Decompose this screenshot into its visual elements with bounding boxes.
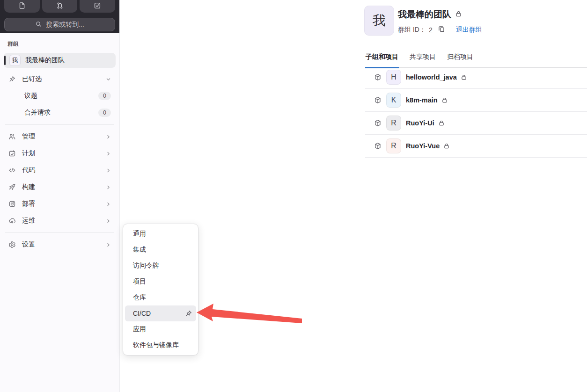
merge-requests-count-badge: 0 <box>98 109 111 117</box>
pin-icon <box>8 75 16 83</box>
sidebar-item-label: 部署 <box>22 200 35 208</box>
sidebar-item-plan[interactable]: 计划 <box>4 146 116 161</box>
project-cube-icon <box>374 119 382 127</box>
project-row[interactable]: K k8m-main <box>365 89 587 112</box>
lock-icon <box>443 143 450 149</box>
search-placeholder: 搜索或转到... <box>46 21 84 29</box>
arrow-shape <box>197 304 302 323</box>
issues-icon <box>18 2 26 11</box>
sidebar-nav: 已钉选 议题 0 合并请求 0 管理 <box>0 72 119 252</box>
search-input[interactable]: 搜索或转到... <box>4 18 115 31</box>
project-row[interactable]: R RuoYi-Vue <box>365 135 587 158</box>
shortcut-buttons <box>0 0 119 13</box>
lock-icon <box>438 120 445 126</box>
menu-item-access-tokens[interactable]: 访问令牌 <box>125 258 196 274</box>
leave-group-link[interactable]: 退出群组 <box>456 26 482 34</box>
chevron-down-icon <box>106 77 111 82</box>
chevron-right-icon <box>106 202 111 207</box>
project-cube-icon <box>374 73 382 81</box>
project-row[interactable]: H helloworld_java <box>365 66 587 89</box>
menu-item-repository[interactable]: 仓库 <box>125 290 196 305</box>
code-icon <box>8 167 16 174</box>
group-avatar-small: 我 <box>9 55 21 66</box>
chevron-right-icon <box>106 218 111 224</box>
chevron-right-icon <box>106 134 111 139</box>
project-cube-icon <box>374 96 382 104</box>
menu-item-label: CI/CD <box>133 310 151 317</box>
lock-icon <box>461 74 467 80</box>
sidebar-item-manage[interactable]: 管理 <box>4 129 116 144</box>
sidebar-item-deploy[interactable]: 部署 <box>4 196 116 211</box>
sidebar-divider <box>5 124 114 125</box>
lock-icon <box>455 10 462 19</box>
project-avatar: K <box>386 93 401 108</box>
calendar-icon <box>8 150 16 157</box>
sidebar-item-merge-requests[interactable]: 合并请求 0 <box>4 105 116 120</box>
sidebar-item-label: 合并请求 <box>24 109 51 117</box>
project-avatar: H <box>386 70 401 85</box>
menu-item-projects[interactable]: 项目 <box>125 274 196 290</box>
gear-icon <box>8 241 16 248</box>
deploy-icon <box>8 200 16 208</box>
copy-group-id-button[interactable] <box>437 25 446 35</box>
menu-item-integrations[interactable]: 集成 <box>125 242 196 258</box>
issues-count-badge: 0 <box>98 92 111 100</box>
group-header: 我最棒的团队 群组 ID： 2 退出群组 <box>398 8 482 35</box>
todos-icon <box>94 2 101 11</box>
project-avatar: R <box>386 138 401 153</box>
sidebar-item-settings[interactable]: 设置 <box>4 237 116 252</box>
sidebar-item-label: 计划 <box>22 149 35 158</box>
tab-shared-projects[interactable]: 共享项目 <box>409 48 436 68</box>
menu-item-packages-registries[interactable]: 软件包与镜像库 <box>125 337 196 353</box>
merge-requests-shortcut-button[interactable] <box>42 0 78 13</box>
chevron-right-icon <box>106 168 111 173</box>
sidebar-item-code[interactable]: 代码 <box>4 163 116 178</box>
sidebar-item-label: 议题 <box>24 92 37 100</box>
sidebar-item-label: 设置 <box>22 240 35 249</box>
tab-archived-projects[interactable]: 归档项目 <box>447 48 474 68</box>
group-id-label: 群组 ID： <box>398 26 426 34</box>
sidebar-item-label: 构建 <box>22 183 35 191</box>
issues-shortcut-button[interactable] <box>4 0 40 13</box>
sidebar-context-header: 搜索或转到... <box>0 0 119 33</box>
project-name: RuoYi-Ui <box>406 119 434 127</box>
projects-list: H helloworld_java K k8m-main R RuoYi-Ui <box>365 66 587 158</box>
merge-request-icon <box>56 2 64 11</box>
chevron-right-icon <box>106 151 111 156</box>
group-context-title: 我最棒的团队 <box>25 56 65 65</box>
project-name: RuoYi-Vue <box>406 142 440 150</box>
lock-icon <box>441 97 448 103</box>
sidebar-item-pinned[interactable]: 已钉选 <box>4 72 116 87</box>
chevron-right-icon <box>106 185 111 190</box>
menu-item-cicd[interactable]: CI/CD <box>125 305 196 321</box>
chevron-right-icon <box>106 242 111 247</box>
sidebar-context-group[interactable]: 我 我最棒的团队 <box>4 53 116 68</box>
active-indicator <box>4 56 6 65</box>
project-row[interactable]: R RuoYi-Ui <box>365 112 587 135</box>
sidebar-divider <box>5 232 114 233</box>
users-icon <box>8 133 16 140</box>
menu-item-general[interactable]: 通用 <box>125 226 196 242</box>
settings-flyout-menu: 通用 集成 访问令牌 项目 仓库 CI/CD 应用 软件包与镜像库 <box>123 224 198 356</box>
sidebar-item-label: 运维 <box>22 217 35 225</box>
copy-to-clipboard-icon <box>438 25 445 34</box>
project-name: helloworld_java <box>406 73 457 81</box>
page-title: 我最棒的团队 <box>398 8 451 21</box>
project-name: k8m-main <box>406 96 438 104</box>
tab-subgroups-and-projects[interactable]: 子组和项目 <box>365 48 399 68</box>
search-icon <box>35 21 42 29</box>
sidebar-item-label: 管理 <box>22 132 35 141</box>
menu-item-applications[interactable]: 应用 <box>125 321 196 337</box>
group-tabs: 子组和项目 共享项目 归档项目 <box>365 48 587 68</box>
cloud-gear-icon <box>8 217 16 225</box>
super-sidebar: 搜索或转到... 群组 我 我最棒的团队 已钉选 议题 0 <box>0 0 120 392</box>
sidebar-item-label: 已钉选 <box>22 75 42 83</box>
group-avatar: 我 <box>364 6 394 36</box>
sidebar-item-operate[interactable]: 运维 <box>4 213 116 228</box>
sidebar-item-issues[interactable]: 议题 0 <box>4 88 116 103</box>
project-avatar: R <box>386 116 401 131</box>
pin-icon[interactable] <box>185 310 192 317</box>
sidebar-item-build[interactable]: 构建 <box>4 180 116 195</box>
todos-shortcut-button[interactable] <box>80 0 115 13</box>
sidebar-section-label: 群组 <box>7 40 112 48</box>
